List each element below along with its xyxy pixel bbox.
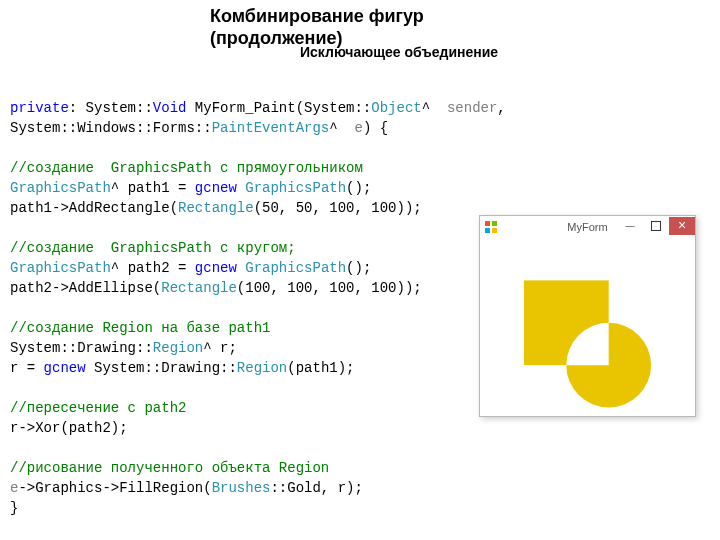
svg-rect-9 — [482, 238, 694, 416]
type-region: Region — [153, 340, 203, 356]
code-block: private: System::Void MyForm_Paint(Syste… — [10, 78, 506, 518]
comment-4: //пересечение с path2 — [10, 400, 186, 416]
svg-rect-0 — [485, 221, 490, 226]
t: System::Drawing:: — [86, 360, 237, 376]
app-icon — [484, 220, 498, 234]
kw-private: private — [10, 100, 69, 116]
type-gp: GraphicsPath — [245, 260, 346, 276]
svg-rect-3 — [492, 228, 497, 233]
type-gp: GraphicsPath — [10, 180, 111, 196]
t: MyForm_Paint(System:: — [186, 100, 371, 116]
comment-3: //создание Region на базе path1 — [10, 320, 270, 336]
output-window: MyForm — [479, 215, 696, 417]
t: } — [10, 500, 18, 516]
type-gp: GraphicsPath — [245, 180, 346, 196]
minimize-button[interactable] — [617, 217, 643, 235]
close-button[interactable] — [669, 217, 695, 235]
t: (path1); — [287, 360, 354, 376]
t: : System:: — [69, 100, 153, 116]
type-region: Region — [237, 360, 287, 376]
window-client-area — [480, 238, 695, 416]
t: ^ r; — [203, 340, 237, 356]
t: (); — [346, 180, 371, 196]
t: ^ path1 = — [111, 180, 195, 196]
window-titlebar: MyForm — [480, 216, 695, 239]
t: (); — [346, 260, 371, 276]
t: ->Graphics->FillRegion( — [18, 480, 211, 496]
type-pea: PaintEventArgs — [212, 120, 330, 136]
kw-gcnew: gcnew — [195, 180, 237, 196]
t: (50, 50, 100, 100)); — [254, 200, 422, 216]
t — [237, 180, 245, 196]
t: System::Drawing:: — [10, 340, 153, 356]
t: ^ path2 = — [111, 260, 195, 276]
t: ^ — [422, 100, 447, 116]
window-title: MyForm — [567, 221, 607, 233]
type-rect: Rectangle — [178, 200, 254, 216]
param-sender: sender — [447, 100, 497, 116]
param-e: e — [354, 120, 362, 136]
slide-subtitle: Исключающее объединение — [300, 44, 498, 60]
kw-gcnew: gcnew — [195, 260, 237, 276]
t: System::Windows::Forms:: — [10, 120, 212, 136]
t — [237, 260, 245, 276]
comment-1: //создание GraphicsPath с прямоугольнико… — [10, 160, 363, 176]
type-rect: Rectangle — [161, 280, 237, 296]
type-gp: GraphicsPath — [10, 260, 111, 276]
comment-5: //рисование полученного объекта Region — [10, 460, 329, 476]
maximize-button[interactable] — [643, 217, 669, 235]
svg-rect-1 — [492, 221, 497, 226]
t: r->Xor(path2); — [10, 420, 128, 436]
t: (100, 100, 100, 100)); — [237, 280, 422, 296]
t: ) { — [363, 120, 388, 136]
xor-region-shape — [480, 238, 695, 416]
kw-gcnew: gcnew — [44, 360, 86, 376]
t: path2->AddEllipse( — [10, 280, 161, 296]
comment-2: //создание GraphicsPath с кругом; — [10, 240, 296, 256]
slide-title: Комбинирование фигур (продолжение) — [210, 6, 424, 49]
kw-void: Void — [153, 100, 187, 116]
type-object: Object — [371, 100, 421, 116]
t: , — [497, 100, 505, 116]
window-buttons — [617, 216, 695, 238]
type-brushes: Brushes — [212, 480, 271, 496]
t: ^ — [329, 120, 354, 136]
t: path1->AddRectangle( — [10, 200, 178, 216]
svg-rect-2 — [485, 228, 490, 233]
t: r = — [10, 360, 44, 376]
t: ::Gold, r); — [270, 480, 362, 496]
